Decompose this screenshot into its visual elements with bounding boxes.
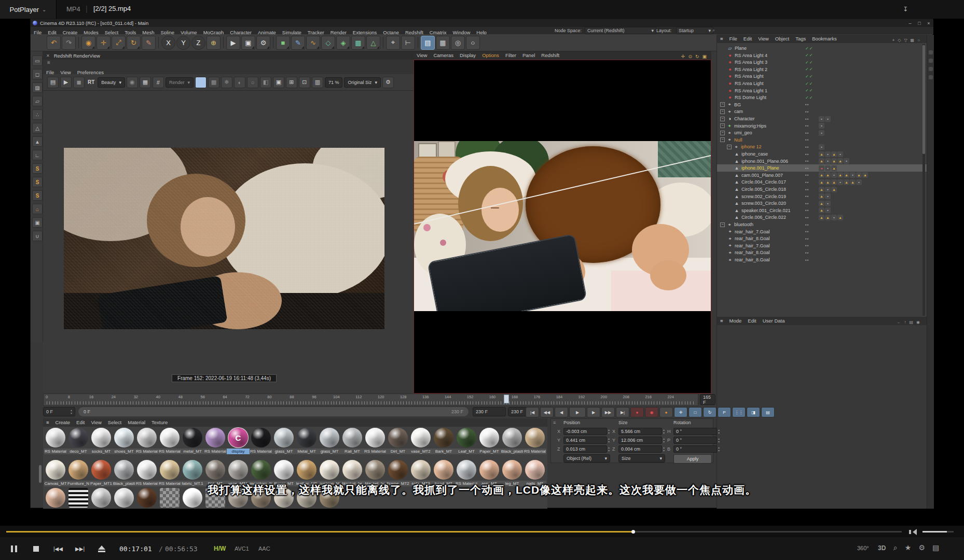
scale-tool[interactable]: ⤢: [112, 36, 126, 50]
material-thumbnail[interactable]: [479, 428, 499, 447]
solo-button[interactable]: ◨: [747, 407, 760, 417]
redo-icon[interactable]: ↷: [62, 36, 76, 50]
object-enable-dots[interactable]: ▪▪: [805, 117, 809, 121]
attr-menu-mode[interactable]: Mode: [726, 317, 745, 325]
object-row[interactable]: −⌖iphone 12▪▪▪: [717, 143, 934, 150]
volume-menu[interactable]: ▩: [351, 36, 365, 50]
tag-amber-icon[interactable]: ▲: [819, 193, 824, 199]
material-thumbnail[interactable]: [160, 460, 180, 480]
range-start-spinner[interactable]: 0 F ▴▾: [43, 407, 75, 416]
tag-amber-icon[interactable]: ▲: [825, 179, 831, 185]
material-thumbnail[interactable]: [91, 460, 111, 480]
material-thumbnail[interactable]: [320, 428, 339, 447]
tracker-icon[interactable]: ⌖: [386, 36, 400, 50]
tweak-mode-icon[interactable]: ∟: [32, 150, 43, 160]
vp-menu-panel[interactable]: Panel: [519, 52, 538, 59]
tag-amber-icon[interactable]: ▲: [831, 165, 837, 171]
object-row[interactable]: ▲cam.001_Plane.007▪▪▲▲▪▲▲▪▲▲: [717, 172, 934, 179]
up-arrow-icon[interactable]: ↑: [904, 320, 906, 325]
material-item[interactable]: Rail_MT: [341, 428, 364, 455]
object-enable-dots[interactable]: ✓✓: [805, 95, 813, 100]
object-enable-dots[interactable]: ▪▪: [805, 180, 809, 185]
snap-3-icon[interactable]: S: [32, 190, 43, 201]
om-menu-tags[interactable]: Tags: [792, 35, 809, 43]
locate-icon[interactable]: ⌖: [892, 38, 895, 43]
vp-menu-display[interactable]: Display: [457, 52, 479, 59]
object-row[interactable]: ▱Plane✓✓: [717, 45, 934, 52]
object-enable-dots[interactable]: ✓✓: [805, 74, 813, 79]
aov-dropdown[interactable]: Beauty▾: [98, 77, 125, 88]
expand-toggle[interactable]: −: [720, 131, 725, 135]
object-row[interactable]: ●RS Dome Light✓✓: [717, 94, 934, 101]
object-row[interactable]: ⌖rear_hair_7.Goal▪▪: [717, 228, 934, 235]
goto-start-button[interactable]: |◀: [526, 407, 539, 417]
settings-gear-icon[interactable]: ⚙: [918, 543, 925, 552]
pause-button[interactable]: [5, 541, 23, 556]
video-area[interactable]: Cinema 4D R23.110 (RC) - [sc03_011.c4d] …: [0, 19, 964, 526]
material-scrollbar[interactable]: [39, 465, 42, 483]
vp-menu-cameras[interactable]: Cameras: [430, 52, 457, 59]
c4d-close-button[interactable]: ×: [924, 21, 933, 26]
polygons-mode-icon[interactable]: ▲: [32, 136, 43, 147]
material-item[interactable]: Bark_MT: [432, 428, 455, 455]
tag-amber-icon[interactable]: ▲: [831, 179, 837, 185]
object-row[interactable]: ▲screw.002_Circle.019▪▪▲▪: [717, 193, 934, 200]
object-row[interactable]: ●RS Area Light 4✓✓: [717, 52, 934, 59]
size-z-field[interactable]: 0.004 cm: [618, 445, 662, 453]
material-thumbnail[interactable]: [365, 460, 385, 480]
object-row[interactable]: ●RS Area Light 3✓✓: [717, 59, 934, 66]
material-thumbnail[interactable]: [388, 460, 408, 480]
motion-camera-icon[interactable]: ◎: [451, 36, 465, 50]
expand-toggle[interactable]: −: [720, 117, 725, 121]
object-enable-dots[interactable]: ▪▪: [805, 137, 809, 142]
undo-icon[interactable]: ↶: [47, 36, 61, 50]
array-icon[interactable]: ▦: [436, 36, 450, 50]
tag-gray-icon[interactable]: ▪: [825, 201, 831, 206]
tag-amber-icon[interactable]: ▲: [844, 172, 849, 178]
expand-toggle[interactable]: −: [720, 123, 725, 128]
filter-diamond-icon[interactable]: ◇: [898, 38, 901, 43]
material-thumbnail[interactable]: [411, 428, 431, 447]
material-thumbnail[interactable]: [183, 428, 202, 447]
material-thumbnail[interactable]: [91, 428, 111, 447]
live-selection-icon[interactable]: ◉: [81, 36, 95, 50]
tag-amber-icon[interactable]: ▲: [819, 158, 824, 164]
object-enable-dots[interactable]: ✓✓: [805, 88, 813, 93]
vp-menu-filter[interactable]: Filter: [502, 52, 519, 59]
material-thumbnail[interactable]: [320, 460, 339, 480]
material-item[interactable]: RS Material: [135, 428, 158, 455]
rv-settings-gear-icon[interactable]: ⚙: [382, 77, 394, 88]
toggle-view-icon[interactable]: ▣: [702, 54, 707, 59]
bg-color-swatch[interactable]: [195, 77, 206, 88]
rotate-tool[interactable]: ↻: [127, 36, 141, 50]
tag-gray-icon[interactable]: ▪: [825, 158, 831, 164]
autokey-button[interactable]: ◉: [645, 407, 658, 417]
node-space-dropdown[interactable]: Current (Redshift)▾: [585, 27, 656, 34]
tag-amber-icon[interactable]: ▲: [819, 215, 824, 220]
pen-tool-menu[interactable]: ✎: [291, 36, 305, 50]
material-thumbnail[interactable]: [479, 460, 499, 480]
search-icon[interactable]: ○: [917, 38, 920, 43]
checker-bg-icon[interactable]: ▩: [208, 77, 219, 88]
layers-icon[interactable]: ▦: [911, 38, 915, 43]
stop-button[interactable]: [27, 541, 45, 556]
copy-frame-icon[interactable]: ▥: [312, 77, 323, 88]
ipr-start-icon[interactable]: ▶: [60, 77, 72, 88]
menu-grip-icon[interactable]: ≡: [717, 35, 726, 43]
object-enable-dots[interactable]: ▪▪: [805, 208, 809, 213]
material-item[interactable]: Paper_MT: [478, 428, 501, 455]
next-frame-button[interactable]: ▶: [587, 407, 600, 417]
object-row[interactable]: −⌖Null▪▪: [717, 136, 934, 144]
snapshot-view-icon[interactable]: ⊡: [299, 77, 310, 88]
material-item[interactable]: shoes_MT: [113, 428, 135, 455]
material-thumbnail[interactable]: [297, 460, 316, 480]
spinner-carets[interactable]: ▴ ▾: [718, 446, 720, 452]
seek-handle[interactable]: [631, 530, 635, 534]
material-item[interactable]: glass_MT: [272, 428, 295, 455]
size-x-field[interactable]: 5.566 cm: [618, 428, 662, 435]
measure-icon[interactable]: ⊢: [401, 36, 415, 50]
tag-amber-icon[interactable]: ▲: [844, 179, 849, 185]
object-row[interactable]: ▲screw.003_Circle.020▪▪▲▪: [717, 200, 934, 207]
renderview-canvas[interactable]: Frame 152: 2022-06-19 16:11:48 (3,44s): [43, 91, 414, 394]
scale-key-button[interactable]: □: [688, 407, 702, 417]
